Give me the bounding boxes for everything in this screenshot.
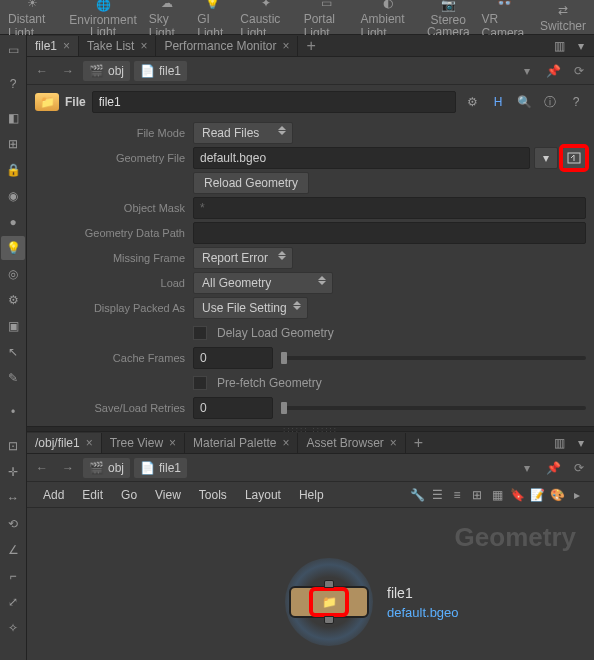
menu-tools[interactable]: Tools	[191, 484, 235, 506]
menu-layout[interactable]: Layout	[237, 484, 289, 506]
tool-select-icon[interactable]: ▭	[1, 38, 25, 62]
chevron-right-icon[interactable]: ▸	[568, 486, 586, 504]
pane-menu-icon[interactable]: ▾	[572, 434, 590, 452]
path-dropdown-icon[interactable]: ▾	[516, 457, 538, 479]
display-packed-dropdown[interactable]: Use File Setting	[193, 297, 308, 319]
grid-icon[interactable]: ⊞	[468, 486, 486, 504]
tab-add-button[interactable]: +	[406, 434, 431, 452]
info-icon[interactable]: ⓘ	[540, 92, 560, 112]
geo-data-path-input[interactable]	[193, 222, 586, 244]
path-node[interactable]: 📄file1	[134, 458, 187, 478]
network-view[interactable]: Geometry 📁 file1 default.bgeo	[27, 508, 594, 660]
pane-layout-icon[interactable]: ▥	[550, 37, 568, 55]
tool-axis-icon[interactable]: ✛	[1, 460, 25, 484]
path-node[interactable]: 📄file1	[134, 61, 187, 81]
shelf-switcher[interactable]: ⇄Switcher	[534, 1, 592, 34]
cache-frames-slider[interactable]	[281, 356, 586, 360]
close-icon[interactable]: ×	[390, 436, 397, 450]
tool-pick-icon[interactable]: ↖	[1, 340, 25, 364]
reload-geometry-button[interactable]: Reload Geometry	[193, 172, 309, 194]
nav-fwd-icon[interactable]: →	[57, 60, 79, 82]
path-context[interactable]: 🎬obj	[83, 61, 130, 81]
close-icon[interactable]: ×	[140, 39, 147, 53]
cache-frames-input[interactable]	[193, 347, 273, 369]
object-mask-input[interactable]	[193, 197, 586, 219]
path-dropdown-icon[interactable]: ▾	[516, 60, 538, 82]
pane-layout-icon[interactable]: ▥	[550, 434, 568, 452]
link-icon[interactable]: ⟳	[568, 457, 590, 479]
grid2-icon[interactable]: ▦	[488, 486, 506, 504]
menu-help[interactable]: Help	[291, 484, 332, 506]
tool-move-icon[interactable]: ↔	[1, 486, 25, 510]
tool-bulb2-icon[interactable]: ◎	[1, 262, 25, 286]
file-mode-dropdown[interactable]: Read Files	[193, 122, 293, 144]
menu-edit[interactable]: Edit	[74, 484, 111, 506]
palette-icon[interactable]: 🎨	[548, 486, 566, 504]
tool-grid-icon[interactable]: ⊡	[1, 434, 25, 458]
nav-fwd-icon[interactable]: →	[57, 457, 79, 479]
prefetch-checkbox[interactable]	[193, 376, 207, 390]
menu-view[interactable]: View	[147, 484, 189, 506]
missing-frame-dropdown[interactable]: Report Error	[193, 247, 293, 269]
slider-thumb[interactable]	[281, 352, 287, 364]
pane-menu-icon[interactable]: ▾	[572, 37, 590, 55]
note-icon[interactable]: 📝	[528, 486, 546, 504]
wrench-icon[interactable]: 🔧	[408, 486, 426, 504]
tool-shade-icon[interactable]: ●	[1, 210, 25, 234]
shelf-stereo-cam[interactable]: 📷Stereo Camera	[421, 0, 476, 39]
tool-display-icon[interactable]: ◉	[1, 184, 25, 208]
filter-icon[interactable]: H	[488, 92, 508, 112]
tab-asset-browser[interactable]: Asset Browser×	[298, 433, 405, 453]
menu-add[interactable]: Add	[35, 484, 72, 506]
pin-icon[interactable]: 📌	[542, 60, 564, 82]
tool-render-icon[interactable]: ▣	[1, 314, 25, 338]
file-chooser-button[interactable]	[562, 147, 586, 169]
close-icon[interactable]: ×	[282, 39, 289, 53]
shelf-env-light[interactable]: 🌐Environment Light	[63, 0, 142, 39]
nav-back-icon[interactable]: ←	[31, 60, 53, 82]
link-icon[interactable]: ⟳	[568, 60, 590, 82]
tool-expand-icon[interactable]: ⤢	[1, 590, 25, 614]
list-icon[interactable]: ≡	[448, 486, 466, 504]
tab-tree-view[interactable]: Tree View×	[102, 433, 185, 453]
tool-help-icon[interactable]: ?	[1, 72, 25, 96]
tool-star-icon[interactable]: ✧	[1, 616, 25, 640]
close-icon[interactable]: ×	[169, 436, 176, 450]
tab-material-palette[interactable]: Material Palette×	[185, 433, 298, 453]
delay-load-checkbox[interactable]	[193, 326, 207, 340]
geometry-file-menu-icon[interactable]: ▾	[534, 147, 558, 169]
tab-file1[interactable]: file1×	[27, 36, 79, 56]
close-icon[interactable]: ×	[282, 436, 289, 450]
menu-go[interactable]: Go	[113, 484, 145, 506]
save-retries-input[interactable]	[193, 397, 273, 419]
tool-paint-icon[interactable]: ✎	[1, 366, 25, 390]
search-icon[interactable]: 🔍	[514, 92, 534, 112]
tool-view-icon[interactable]: ◧	[1, 106, 25, 130]
help-icon[interactable]: ?	[566, 92, 586, 112]
network-node-file1[interactable]: 📁 file1 default.bgeo	[285, 558, 459, 646]
node-body[interactable]: 📁	[289, 586, 369, 618]
tool-angle-icon[interactable]: ∠	[1, 538, 25, 562]
close-icon[interactable]: ×	[86, 436, 93, 450]
tool-a2-icon[interactable]: ⟲	[1, 512, 25, 536]
gear-icon[interactable]: ⚙	[462, 92, 482, 112]
close-icon[interactable]: ×	[63, 39, 70, 53]
tool-lock-icon[interactable]: 🔒	[1, 158, 25, 182]
node-name-input[interactable]	[92, 91, 456, 113]
tab-obj-file1[interactable]: /obj/file1×	[27, 433, 102, 453]
tree-icon[interactable]: ☰	[428, 486, 446, 504]
tool-corner-icon[interactable]: ⌐	[1, 564, 25, 588]
save-retries-slider[interactable]	[281, 406, 586, 410]
slider-thumb[interactable]	[281, 402, 287, 414]
geometry-file-input[interactable]	[193, 147, 530, 169]
tag-icon[interactable]: 🔖	[508, 486, 526, 504]
load-dropdown[interactable]: All Geometry	[193, 272, 333, 294]
tool-dot-icon[interactable]: •	[1, 400, 25, 424]
tool-gear-icon[interactable]: ⚙	[1, 288, 25, 312]
tab-take-list[interactable]: Take List×	[79, 36, 156, 56]
pin-icon[interactable]: 📌	[542, 457, 564, 479]
nav-back-icon[interactable]: ←	[31, 457, 53, 479]
tab-perf-monitor[interactable]: Performance Monitor×	[156, 36, 298, 56]
tool-snap-icon[interactable]: ⊞	[1, 132, 25, 156]
tab-add-button[interactable]: +	[298, 37, 323, 55]
